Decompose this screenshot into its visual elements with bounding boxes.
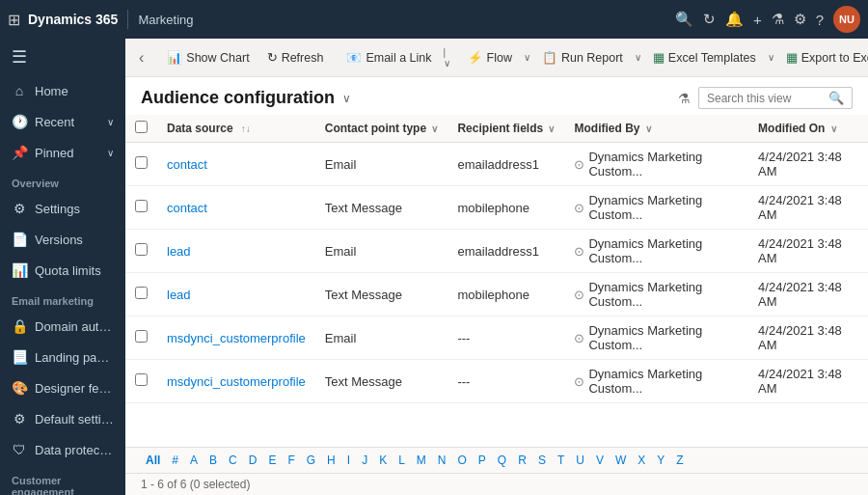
- alpha-item-f[interactable]: F: [283, 452, 299, 469]
- alpha-item-#[interactable]: #: [167, 452, 183, 469]
- row-checkbox[interactable]: [135, 287, 148, 299]
- alpha-item-j[interactable]: J: [357, 452, 372, 469]
- sidebar-item-recent[interactable]: 🕐 Recent ∨: [0, 106, 125, 137]
- alpha-item-r[interactable]: R: [513, 452, 531, 469]
- alpha-item-k[interactable]: K: [374, 452, 392, 469]
- owner-icon: ⊙: [574, 288, 584, 302]
- alpha-item-t[interactable]: T: [553, 452, 569, 469]
- run-report-button[interactable]: 📋 Run Report: [534, 46, 631, 69]
- datasource-link[interactable]: contact: [167, 157, 207, 172]
- back-button[interactable]: ‹: [131, 45, 151, 70]
- bell-icon[interactable]: 🔔: [725, 11, 744, 28]
- datasource-link[interactable]: contact: [167, 201, 207, 215]
- alpha-item-w[interactable]: W: [610, 452, 631, 469]
- alpha-item-all[interactable]: All: [141, 452, 165, 469]
- alpha-item-b[interactable]: B: [204, 452, 222, 469]
- alpha-item-i[interactable]: I: [342, 452, 355, 469]
- alpha-item-e[interactable]: E: [263, 452, 281, 469]
- row-checkbox-cell[interactable]: [125, 143, 157, 186]
- sidebar-item-default[interactable]: ⚙ Default settings: [0, 403, 125, 434]
- sidebar-item-settings[interactable]: ⚙ Settings: [0, 193, 125, 224]
- filter-icon[interactable]: ⚗: [678, 91, 691, 106]
- sidebar-item-data[interactable]: 🛡 Data protections: [0, 434, 125, 465]
- sidebar-item-domain[interactable]: 🔒 Domain authentic...: [0, 311, 125, 342]
- col-header-modifiedon[interactable]: Modified On ∨: [748, 115, 868, 143]
- page-title-chevron[interactable]: ∨: [342, 92, 351, 105]
- col-header-check[interactable]: [125, 115, 157, 143]
- alpha-item-q[interactable]: Q: [493, 452, 511, 469]
- search-icon[interactable]: 🔍: [675, 11, 693, 28]
- contactpoint-col-label: Contact point type: [325, 122, 426, 135]
- recipient-chevron[interactable]: ∨: [548, 124, 555, 134]
- alpha-item-p[interactable]: P: [474, 452, 491, 469]
- search-input[interactable]: [707, 92, 825, 105]
- sidebar-item-designer[interactable]: 🎨 Designer feature ...: [0, 372, 125, 403]
- row-checkbox-cell[interactable]: [125, 273, 157, 316]
- export-excel-button[interactable]: ▦ Export to Excel: [778, 46, 868, 69]
- refresh-button[interactable]: ↻ Refresh: [259, 46, 332, 69]
- sidebar-item-pinned[interactable]: 📌 Pinned ∨: [0, 137, 125, 168]
- datasource-link[interactable]: msdynci_customerprofile: [167, 374, 306, 389]
- excel-templates-chevron[interactable]: ∨: [766, 48, 776, 67]
- alpha-item-c[interactable]: C: [224, 452, 242, 469]
- alpha-item-z[interactable]: Z: [671, 452, 688, 469]
- search-box[interactable]: 🔍: [698, 87, 853, 109]
- help-icon[interactable]: ?: [816, 12, 824, 28]
- alpha-item-o[interactable]: O: [453, 452, 472, 469]
- sidebar-item-landing[interactable]: 📃 Landing pages: [0, 342, 125, 372]
- excel-templates-button[interactable]: ▦ Excel Templates: [645, 46, 764, 69]
- alpha-item-n[interactable]: N: [433, 452, 451, 469]
- alpha-item-a[interactable]: A: [185, 452, 203, 469]
- row-checkbox[interactable]: [135, 156, 148, 169]
- sidebar-item-home[interactable]: ⌂ Home: [0, 75, 125, 106]
- alpha-item-l[interactable]: L: [393, 452, 410, 469]
- alpha-item-x[interactable]: X: [633, 452, 650, 469]
- alpha-item-s[interactable]: S: [533, 452, 551, 469]
- row-checkbox-cell[interactable]: [125, 316, 157, 360]
- modifiedon-col-label: Modified On: [758, 122, 825, 135]
- row-checkbox-cell[interactable]: [125, 186, 157, 230]
- row-checkbox[interactable]: [135, 243, 148, 256]
- filter-nav-icon[interactable]: ⚗: [772, 11, 784, 28]
- modifiedon-chevron[interactable]: ∨: [830, 124, 837, 134]
- settings-nav-icon[interactable]: ⚙: [794, 11, 806, 28]
- email-link-button[interactable]: 📧 Email a Link: [339, 46, 439, 69]
- alpha-item-u[interactable]: U: [571, 452, 589, 469]
- select-all-checkbox[interactable]: [135, 121, 148, 133]
- sidebar-item-versions[interactable]: 📄 Versions: [0, 224, 125, 255]
- row-checkbox-cell[interactable]: [125, 230, 157, 273]
- grid-icon[interactable]: ⊞: [8, 11, 20, 29]
- row-checkbox-cell[interactable]: [125, 360, 157, 403]
- sidebar-item-quota[interactable]: 📊 Quota limits: [0, 255, 125, 286]
- alpha-item-g[interactable]: G: [302, 452, 320, 469]
- col-header-datasource[interactable]: Data source ↑↓: [157, 115, 315, 143]
- alpha-item-d[interactable]: D: [244, 452, 262, 469]
- alpha-item-y[interactable]: Y: [652, 452, 669, 469]
- datasource-link[interactable]: lead: [167, 244, 191, 259]
- flow-button[interactable]: ⚡ Flow: [460, 46, 520, 69]
- sidebar-toggle[interactable]: ☰: [0, 39, 125, 75]
- alpha-item-h[interactable]: H: [322, 452, 340, 469]
- col-header-recipient[interactable]: Recipient fields ∨: [448, 115, 564, 143]
- email-link-chevron[interactable]: |∨: [442, 43, 452, 72]
- row-checkbox[interactable]: [135, 330, 148, 343]
- col-header-modifiedby[interactable]: Modified By ∨: [564, 115, 748, 143]
- flow-chevron[interactable]: ∨: [522, 48, 532, 67]
- alpha-item-m[interactable]: M: [412, 452, 431, 469]
- col-header-contactpoint[interactable]: Contact point type ∨: [315, 115, 448, 143]
- run-report-chevron[interactable]: ∨: [633, 48, 643, 67]
- contactpoint-chevron[interactable]: ∨: [431, 124, 438, 134]
- show-chart-button[interactable]: 📊 Show Chart: [159, 46, 257, 69]
- row-datasource: contact: [157, 143, 315, 186]
- row-checkbox[interactable]: [135, 373, 148, 386]
- search-glass-icon: 🔍: [828, 91, 844, 105]
- alpha-item-v[interactable]: V: [591, 452, 609, 469]
- modifiedby-chevron[interactable]: ∨: [645, 124, 652, 134]
- avatar[interactable]: NU: [833, 6, 860, 33]
- refresh-icon[interactable]: ↻: [703, 11, 716, 28]
- datasource-sort-arrows[interactable]: ↑↓: [241, 124, 251, 134]
- plus-icon[interactable]: +: [753, 12, 762, 28]
- datasource-link[interactable]: msdynci_customerprofile: [167, 331, 306, 345]
- row-checkbox[interactable]: [135, 200, 148, 212]
- datasource-link[interactable]: lead: [167, 288, 191, 302]
